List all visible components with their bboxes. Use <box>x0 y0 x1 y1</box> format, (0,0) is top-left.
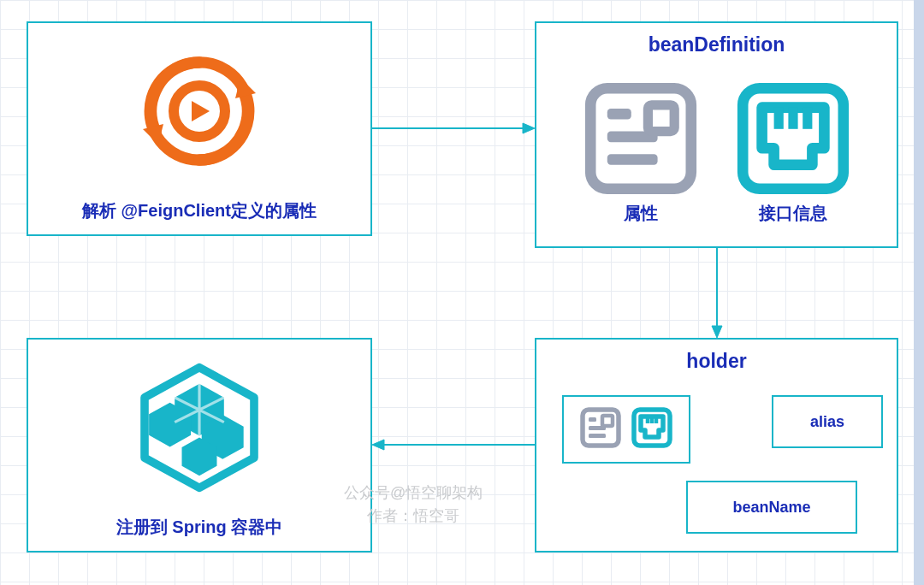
cube-cluster-icon <box>28 340 370 516</box>
label-attributes: 属性 <box>624 202 658 225</box>
svg-marker-28 <box>523 123 535 133</box>
caption-register: 注册到 Spring 容器中 <box>116 516 282 539</box>
arrow-left <box>372 436 535 453</box>
box-holder: holder alias beanName <box>535 338 898 552</box>
mini-box-beandef <box>562 395 690 464</box>
title-bean-definition: beanDefinition <box>649 33 785 56</box>
svg-marker-30 <box>712 326 722 338</box>
page-right-scrollbar-region <box>914 0 924 585</box>
svg-rect-22 <box>602 416 613 426</box>
title-holder: holder <box>686 350 746 373</box>
arrow-right-1 <box>372 120 535 137</box>
svg-rect-12 <box>607 154 657 165</box>
svg-rect-21 <box>589 434 606 438</box>
caption-parse: 解析 @FeignClient定义的属性 <box>82 199 317 222</box>
ethernet-port-icon <box>631 406 673 453</box>
label-interface-info: 接口信息 <box>759 202 827 225</box>
mini-box-alias: alias <box>772 395 883 448</box>
svg-rect-13 <box>648 104 674 131</box>
arrow-down <box>708 248 726 338</box>
mini-box-beanname: beanName <box>686 481 857 534</box>
label-beanname: beanName <box>732 499 810 517</box>
refresh-play-icon <box>28 23 370 199</box>
document-card-icon <box>581 79 701 202</box>
ethernet-port-icon <box>733 79 853 202</box>
svg-rect-10 <box>607 109 631 120</box>
document-card-icon <box>579 406 622 453</box>
box-register-spring: 注册到 Spring 容器中 <box>27 338 372 552</box>
svg-marker-32 <box>372 440 384 450</box>
svg-rect-19 <box>589 417 596 422</box>
box-bean-definition: beanDefinition 属性 <box>535 21 898 248</box>
box-parse-feignclient: 解析 @FeignClient定义的属性 <box>27 21 372 236</box>
label-alias: alias <box>810 413 844 431</box>
svg-marker-3 <box>192 101 210 121</box>
